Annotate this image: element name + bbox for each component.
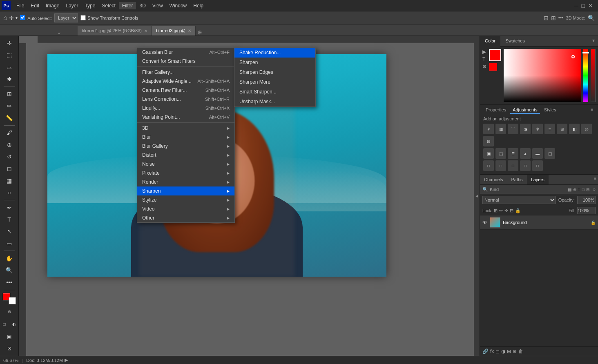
hue-slider[interactable] [583,49,588,102]
adj-extra-4[interactable]: □ [520,160,531,171]
tab-blurred1[interactable]: blurred1.jpg @ 25% (RGB/8#) ✕ [78,26,152,36]
filter-gaussian-blur[interactable]: Gaussian Blur Alt+Ctrl+F [137,48,234,57]
filter-video[interactable]: Video [137,204,234,213]
adj-posterize[interactable]: ≣ [508,148,518,159]
layer-link-icon[interactable]: 🔗 [482,348,489,354]
filter-render[interactable]: Render [137,178,234,186]
layers-panel-menu[interactable]: ≡ [592,175,598,184]
lock-artboard-icon[interactable]: ⊟ [510,208,513,213]
minimize-btn[interactable]: ─ [574,2,578,9]
lock-all-icon[interactable]: 🔒 [515,208,521,213]
adj-extra-2[interactable]: □ [495,160,506,171]
tab-blurred3-close[interactable]: ✕ [188,29,191,33]
filter-noise[interactable]: Noise [137,160,234,169]
lock-draw-icon[interactable]: ✏ [499,208,503,213]
eyedropper-tool[interactable]: ✏ [3,100,16,111]
filter-other[interactable]: Other [137,213,234,222]
filter-lens-correction[interactable]: Lens Correction... Shift+Ctrl+R [137,95,234,104]
background-color[interactable] [9,297,16,304]
align-btn-1[interactable]: ⊟ [544,15,549,21]
maximize-btn[interactable]: □ [582,2,585,9]
filter-camera-raw[interactable]: Camera Raw Filter... Shift+Ctrl+A [137,86,234,95]
filter-vanishing-point[interactable]: Vanishing Point... Alt+Ctrl+V [137,113,234,122]
tab-color[interactable]: Color [480,36,500,47]
zoom-tool[interactable]: 🔍 [3,265,16,276]
layer-mask-icon[interactable]: ◻ [495,348,500,354]
adj-vibrance[interactable]: ❋ [532,124,543,134]
path-select-tool[interactable]: ↖ [3,226,16,237]
menu-layer[interactable]: Layer [62,2,81,9]
layer-background-row[interactable]: 👁 Background 🔒 [480,215,598,230]
filter-blur-gallery[interactable]: Blur Gallery [137,142,234,151]
adj-exposure[interactable]: ◑ [520,124,531,134]
crop-tool[interactable]: ⊞ [3,88,16,99]
dodge-tool[interactable]: ○ [3,187,16,198]
tab-blurred3[interactable]: blurred3.jpg @ ✕ [152,26,196,36]
tab-layers[interactable]: Layers [527,175,549,184]
layer-new-icon[interactable]: ⊕ [513,348,517,354]
tab-blurred1-close[interactable]: ✕ [144,29,147,33]
collapse-panel-icon[interactable]: « [58,31,60,36]
eraser-tool[interactable]: ◻ [3,163,16,174]
filter-smart-icon[interactable]: ⊟ [586,187,589,192]
lasso-tool[interactable]: ⌓ [3,62,16,73]
filter-smart-filters[interactable]: Convert for Smart Filters [137,57,234,66]
layer-adj-icon[interactable]: ◑ [501,348,505,354]
selection-rect-tool[interactable]: ⬚ [3,49,16,60]
hand-tool[interactable]: ✋ [3,253,16,264]
lock-px-icon[interactable]: ⊞ [494,208,498,213]
right-panel-collapse[interactable]: ◀ [474,36,480,356]
screen-mode-btn[interactable]: ▣ [3,331,16,342]
home-icon[interactable]: ⌂ [3,14,7,22]
menu-filter[interactable]: Filter [119,2,136,9]
adj-color-lookup[interactable]: ▣ [483,148,494,159]
adj-panel-menu[interactable]: ≡ [589,107,595,114]
menu-view[interactable]: View [149,2,166,9]
move-icon[interactable]: ✛ [9,15,14,21]
close-btn[interactable]: ✕ [588,2,593,9]
adj-extra-1[interactable]: □ [483,160,494,171]
gradient-tool[interactable]: ▦ [3,175,16,186]
adj-extra-3[interactable]: □ [508,160,518,171]
quick-mask-btn[interactable]: ◐ [10,320,19,328]
tab-paths[interactable]: Paths [507,175,527,184]
stamp-tool[interactable]: ⊕ [3,139,16,150]
sharpen-shake-reduction[interactable]: Shake Reduction... [234,48,315,58]
opacity-input[interactable] [577,196,596,204]
layer-visibility-icon[interactable]: 👁 [482,220,487,225]
pen-tool[interactable]: ✒ [3,202,16,213]
filter-toggle[interactable]: ○ [593,186,596,192]
adj-levels[interactable]: ▦ [495,124,506,134]
adj-hsl[interactable]: ≡ [544,124,555,134]
align-btn-2[interactable]: ⊞ [551,15,556,21]
more-tools-btn[interactable]: ••• [3,277,16,288]
filter-pixelate[interactable]: Pixelate [137,169,234,178]
new-tab-icon[interactable]: ⊕ [197,29,202,36]
layer-delete-icon[interactable]: 🗑 [518,348,523,354]
menu-window[interactable]: Window [166,2,190,9]
tab-styles[interactable]: Styles [542,107,559,114]
menu-file[interactable]: File [13,2,27,9]
sharpen-smart[interactable]: Smart Sharpen... [234,87,315,97]
mode-toggle[interactable]: ⊙ [3,306,16,317]
foreground-swatch[interactable] [489,49,501,61]
status-arrow[interactable]: ▶ [65,357,68,363]
color-picker[interactable] [3,293,16,304]
menu-select[interactable]: Select [98,2,118,9]
adj-selective-color[interactable]: ◫ [544,148,555,159]
blend-mode-select[interactable]: Normal [482,196,556,204]
adj-channel-mixer[interactable]: ⊟ [483,136,494,146]
sharpen-more[interactable]: Sharpen More [234,77,315,87]
filter-adj-icon[interactable]: ⊕ [573,187,576,192]
text-tool[interactable]: T [3,214,16,225]
filter-blur[interactable]: Blur [137,133,234,142]
rectangle-tool[interactable]: ▭ [3,238,16,249]
filter-shape-icon[interactable]: □ [582,187,585,192]
filter-adaptive-wide[interactable]: Adaptive Wide Angle... Alt+Shift+Ctrl+A [137,77,234,86]
tab-swatches[interactable]: Swatches [500,36,530,46]
extra-btn[interactable]: ⊠ [3,343,16,354]
menu-edit[interactable]: Edit [27,2,42,9]
filter-liquify[interactable]: Liquify... Shift+Ctrl+X [137,104,234,113]
fill-input[interactable] [577,207,596,214]
adj-brightness[interactable]: ☀ [483,124,494,134]
